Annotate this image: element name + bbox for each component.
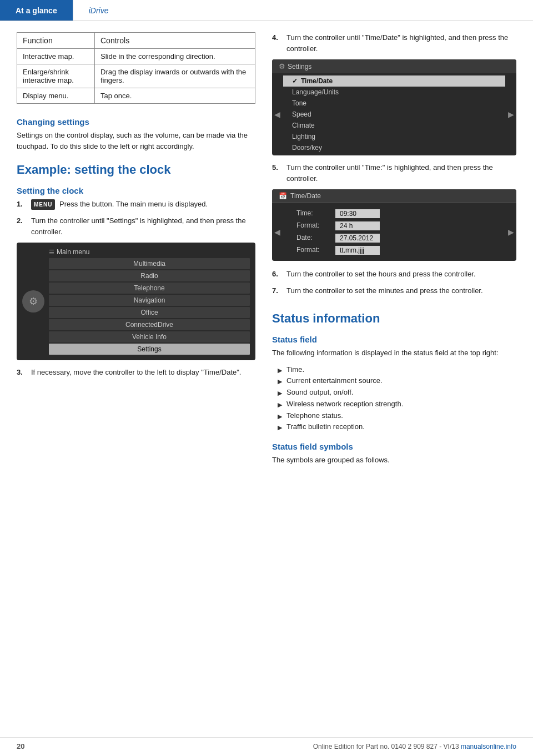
list-item: Vehicle Info [49,331,250,342]
status-field-symbols-body: The symbols are grouped as follows. [272,455,516,466]
bullet-text: Wireless network reception strength. [286,399,403,410]
bullet-arrow-icon: ▶ [278,377,282,387]
list-item: Speed [283,109,505,120]
list-item: Climate [283,120,505,131]
gear-icon: ⚙ [29,295,38,308]
check-icon: ✓ [292,77,298,85]
timedate-row: Time: 09:30 [285,208,503,220]
timedate-row: Format: tt.mm.jjjj [285,244,503,256]
timedate-screenshot: 📅 Time/Date ◀ ▶ Time: 09:30 Format: 24 h [272,189,516,261]
step-3: 3. If necessary, move the controller to … [17,367,255,378]
footer-site: manualsonline.info [461,743,516,750]
main-menu-screenshot: ⚙ ☰ Main menu Multimedia Radio Telephone… [17,243,255,360]
list-item: ▶ Wireless network reception strength. [278,399,516,410]
list-item: Office [49,307,250,318]
list-item: ▶ Current entertainment source. [278,375,516,387]
table-cell-controls: Drag the display inwards or outwards wit… [95,64,255,88]
list-item: ▶ Sound output, on/off. [278,387,516,399]
main-menu-items: Multimedia Radio Telephone Navigation Of… [49,258,250,355]
step-6-num: 6. [272,269,282,280]
format-label: Format: [296,221,335,230]
table-cell-function: Display menu. [17,88,95,104]
bullet-text: Current entertainment source. [286,375,383,387]
table-row: Enlarge/shrink interactive map. Drag the… [17,64,255,88]
list-icon: ☰ [49,249,54,256]
list-item: Language/Units [283,87,505,98]
tab-idrive[interactable]: iDrive [73,0,124,21]
step-7-num: 7. [272,285,282,296]
bullet-text: Time. [286,364,304,376]
list-item: Navigation [49,295,250,306]
bullet-arrow-icon: ▶ [278,389,282,399]
step-3-text: If necessary, move the controller to the… [31,367,255,378]
main-menu-title: ☰ Main menu [49,248,250,258]
gear-icon: ⚙ [279,62,285,70]
status-field-symbols-heading: Status field symbols [272,442,516,451]
bullet-arrow-icon: ▶ [278,412,282,422]
list-item: Multimedia [49,258,250,269]
format2-label: Format: [296,246,335,255]
bullet-text: Telephone status. [286,410,343,422]
bullet-text: Sound output, on/off. [286,387,353,399]
list-item: Doors/key [283,142,505,153]
step-4: 4. Turn the controller until "Time/Date"… [272,32,516,54]
step-7-text: Turn the controller to set the minutes a… [286,285,516,296]
table-cell-controls: Tap once. [95,88,255,104]
left-arrow-icon: ◀ [274,228,280,236]
bullet-text: Traffic bulletin reception. [286,421,365,433]
function-table: Function Controls Interactive map. Slide… [17,32,255,104]
left-column: Function Controls Interactive map. Slide… [17,32,255,471]
timedate-row: Format: 24 h [285,220,503,232]
timedate-title: 📅 Time/Date [272,189,516,203]
bullet-arrow-icon: ▶ [278,366,282,376]
right-column: 4. Turn the controller until "Time/Date"… [272,32,516,471]
time-label: Time: [296,209,335,218]
changing-settings-body: Settings on the control display, such as… [17,130,255,152]
table-cell-function: Interactive map. [17,49,95,64]
status-bullet-list: ▶ Time. ▶ Current entertainment source. … [278,364,516,434]
table-cell-function: Enlarge/shrink interactive map. [17,64,95,88]
step-6-text: Turn the controller to set the hours and… [286,269,516,280]
list-item: ConnectedDrive [49,319,250,330]
list-item: ▶ Telephone status. [278,410,516,422]
list-item: Tone [283,98,505,109]
step-2: 2. Turn the controller until "Settings" … [17,215,255,237]
changing-settings-heading: Changing settings [17,117,255,127]
format-value: 24 h [335,221,380,230]
status-field-body: The following information is displayed i… [272,347,516,359]
settings-screenshot: ⚙ Settings ◀ ▶ ✓Time/Date Language/Units… [272,59,516,155]
menu-button-icon: MENU [31,199,55,210]
step-1-num: 1. [17,199,27,210]
table-row: Interactive map. Slide in the correspond… [17,49,255,64]
footer-copyright: Online Edition for Part no. 0140 2 909 8… [313,743,516,750]
list-item: ▶ Traffic bulletin reception. [278,421,516,433]
step-3-num: 3. [17,367,27,378]
calendar-icon: 📅 [279,192,287,200]
step-7: 7. Turn the controller to set the minute… [272,285,516,296]
step-2-text: Turn the controller until "Settings" is … [31,215,255,237]
main-content: Function Controls Interactive map. Slide… [0,21,533,493]
table-cell-controls: Slide in the corresponding direction. [95,49,255,64]
page-number: 20 [17,742,24,750]
bullet-arrow-icon: ▶ [278,423,282,433]
step-5: 5. Turn the controller until "Time:" is … [272,162,516,184]
timedate-row: Date: 27.05.2012 [285,232,503,244]
list-item-settings: Settings [49,344,250,355]
tab-at-a-glance[interactable]: At a glance [0,0,73,21]
header-tabs: At a glance iDrive [0,0,533,21]
step-5-text: Turn the controller until "Time:" is hig… [286,162,516,184]
list-item: Telephone [49,283,250,294]
time-value: 09:30 [335,209,380,218]
step-4-num: 4. [272,32,282,43]
date-value: 27.05.2012 [335,234,380,243]
step-4-text: Turn the controller until "Time/Date" is… [286,32,516,54]
step-5-num: 5. [272,162,282,173]
format2-value: tt.mm.jjjj [335,246,380,255]
status-information-heading: Status information [272,311,516,326]
col-function-header: Function [17,33,95,49]
setting-clock-subheading: Setting the clock [17,186,255,195]
step-1-text: MENU Press the button. The main menu is … [31,199,255,210]
footer: 20 Online Edition for Part no. 0140 2 90… [0,737,533,750]
list-item: Lighting [283,131,505,142]
list-item: Radio [49,270,250,281]
